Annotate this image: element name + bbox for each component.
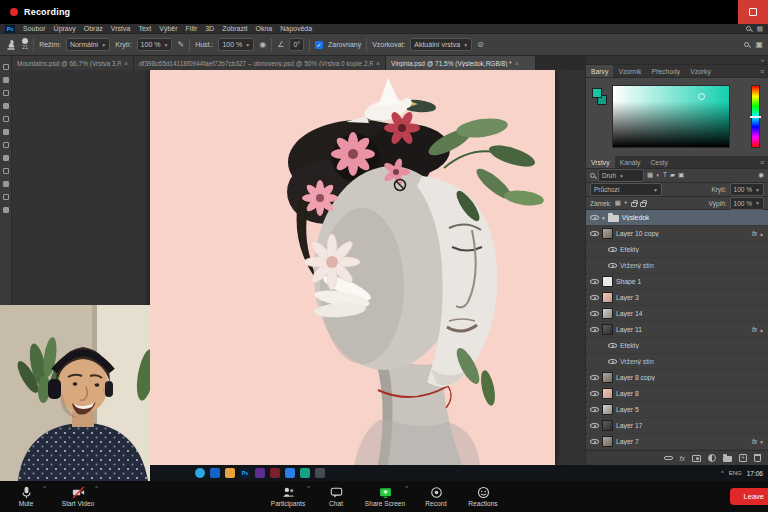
ignore-adjustment-layers-icon[interactable]: ⊘ [477, 41, 484, 49]
effects-row[interactable]: Efekty [586, 242, 768, 258]
layer-row[interactable]: Layer 11 fx▲ [586, 322, 768, 338]
visibility-eye-icon[interactable] [608, 261, 617, 270]
shape-tool-icon[interactable] [3, 194, 9, 200]
tab-prechody[interactable]: Přechody [646, 65, 685, 77]
tab-vzornik[interactable]: Vzorník [613, 65, 646, 77]
saturation-brightness-field[interactable] [612, 85, 730, 148]
fx-collapse-icon[interactable]: ▲ [759, 327, 764, 333]
move-tool-icon[interactable] [3, 64, 9, 70]
canvas[interactable] [150, 70, 555, 465]
tab-cesty[interactable]: Cesty [645, 156, 672, 168]
menu-3d[interactable]: 3D [205, 25, 214, 32]
stop-recording-button[interactable] [738, 0, 768, 24]
delete-layer-icon[interactable] [754, 454, 761, 462]
fx-expand-icon[interactable]: ▼ [759, 439, 764, 445]
filter-pixel-icon[interactable]: ▦ [647, 172, 653, 179]
hand-tool-icon[interactable] [3, 207, 9, 213]
visibility-eye-icon[interactable] [590, 277, 599, 286]
visibility-eye-icon[interactable] [608, 357, 617, 366]
color-picker-cursor[interactable] [698, 93, 705, 100]
visibility-eye-icon[interactable] [590, 389, 599, 398]
record-button[interactable]: Record [414, 481, 458, 512]
new-layer-icon[interactable] [739, 454, 747, 462]
brush-tool-icon[interactable] [3, 129, 9, 135]
search-icon[interactable] [746, 26, 751, 31]
layer-thumbnail[interactable] [602, 372, 613, 383]
taskbar-app-icon[interactable] [270, 468, 280, 478]
effects-row[interactable]: Efekty [586, 338, 768, 354]
menu-obraz[interactable]: Obraz [84, 25, 103, 32]
menu-filtr[interactable]: Filtr [186, 25, 198, 32]
layer-thumbnail[interactable] [602, 436, 613, 447]
taskbar-browser-icon[interactable] [195, 468, 205, 478]
visibility-eye-icon[interactable] [590, 405, 599, 414]
participants-button[interactable]: Participants ^ [260, 481, 316, 512]
lasso-tool-icon[interactable] [3, 90, 9, 96]
layer-thumbnail[interactable] [602, 228, 613, 239]
close-icon[interactable]: × [124, 60, 128, 67]
fx-badge[interactable]: fx [752, 438, 757, 445]
layer-row[interactable]: Shape 1 [586, 274, 768, 290]
layer-style-fx-icon[interactable]: fx [680, 455, 685, 462]
layer-thumbnail[interactable] [602, 276, 613, 287]
layer-row-vysledok[interactable]: ▾ Výsledok [586, 210, 768, 226]
reactions-button[interactable]: Reactions [458, 481, 508, 512]
taskbar-app-icon[interactable] [210, 468, 220, 478]
hue-slider-handle[interactable] [750, 116, 761, 118]
filter-smart-object-icon[interactable]: ▣ [678, 172, 684, 179]
visibility-eye-icon[interactable] [590, 325, 599, 334]
kind-filter-dropdown[interactable]: Druh ▼ [598, 169, 644, 182]
visibility-eye-icon[interactable] [590, 213, 599, 222]
layer-thumbnail[interactable] [602, 324, 613, 335]
fx-badge[interactable]: fx [752, 326, 757, 333]
layer-row[interactable]: Layer 8 [586, 386, 768, 402]
add-mask-icon[interactable] [692, 455, 701, 462]
visibility-eye-icon[interactable] [590, 229, 599, 238]
filter-toggle-icon[interactable]: ◉ [758, 172, 764, 179]
zoom-tool-icon[interactable] [744, 42, 749, 47]
visibility-eye-icon[interactable] [590, 373, 599, 382]
flow-dropdown[interactable]: 100 % ▼ [218, 38, 254, 51]
close-icon[interactable]: × [376, 60, 380, 67]
menu-zobrazit[interactable]: Zobrazit [222, 25, 247, 32]
layer-row[interactable]: Layer 5 [586, 402, 768, 418]
angle-input[interactable]: 0° [289, 38, 304, 51]
pen-tool-icon[interactable] [3, 168, 9, 174]
visibility-eye-icon[interactable] [608, 341, 617, 350]
group-expand-icon[interactable]: ▾ [602, 215, 605, 221]
aligned-checkbox[interactable]: ✓ [315, 41, 323, 49]
layer-row[interactable]: Layer 10 copy fx▲ [586, 226, 768, 242]
menu-napoveda[interactable]: Nápověda [280, 25, 312, 32]
chevron-up-icon[interactable]: ^ [43, 485, 46, 491]
pen-pressure-opacity-icon[interactable]: ✎ [177, 41, 184, 49]
drop-shadow-row[interactable]: Vržený stín [586, 354, 768, 370]
taskbar-photoshop-icon[interactable]: Ps [240, 468, 250, 478]
layer-thumbnail[interactable] [602, 420, 613, 431]
eyedropper-tool-icon[interactable] [3, 116, 9, 122]
lock-all-icon[interactable] [640, 202, 646, 207]
layer-row[interactable]: Layer 17 [586, 418, 768, 434]
visibility-eye-icon[interactable] [590, 421, 599, 430]
layer-row[interactable]: Layer 3 [586, 290, 768, 306]
visibility-eye-icon[interactable] [590, 309, 599, 318]
language-indicator[interactable]: ENG [729, 470, 742, 476]
filter-shape-icon[interactable]: ▰ [670, 172, 675, 179]
taskbar-app-icon[interactable] [315, 468, 325, 478]
lock-transparency-icon[interactable]: ▦ [615, 200, 621, 207]
chat-button[interactable]: Chat [316, 481, 356, 512]
menu-text[interactable]: Text [138, 25, 151, 32]
lock-position-icon[interactable]: + [624, 200, 628, 207]
layer-row[interactable]: Layer 7 fx▼ [586, 434, 768, 450]
taskbar-app-icon[interactable] [285, 468, 295, 478]
foreground-color-swatch[interactable] [592, 88, 602, 98]
layer-blend-mode-dropdown[interactable]: Průchozí ▼ [590, 183, 662, 196]
drop-shadow-row[interactable]: Vržený stín [586, 258, 768, 274]
taskbar-app-icon[interactable] [300, 468, 310, 478]
tray-expand-icon[interactable]: ^ [721, 470, 724, 476]
clock[interactable]: 17:06 [747, 470, 763, 477]
tab-barvy[interactable]: Barvy [586, 65, 613, 77]
text-tool-icon[interactable] [3, 181, 9, 187]
layer-thumbnail[interactable] [602, 308, 613, 319]
tab-vzorky[interactable]: Vzorky [685, 65, 716, 77]
fx-collapse-icon[interactable]: ▲ [759, 231, 764, 237]
